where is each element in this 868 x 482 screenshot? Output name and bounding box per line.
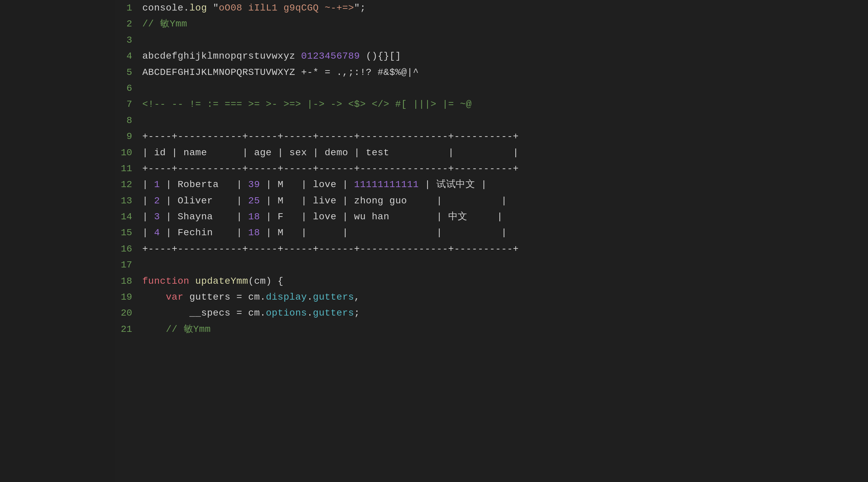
line-num-2: 2 <box>115 17 142 31</box>
code-line-13: 13 | 2 | Oliver | 25 | M | live | zhong … <box>115 193 868 209</box>
line-content-19: var gutters = cm.display.gutters, <box>142 290 868 304</box>
code-line-17: 17 <box>115 257 868 273</box>
code-line-1: 1 console.log "oO08 iIlL1 g9qCGQ ~-+=>"; <box>115 0 868 16</box>
line-num-5: 5 <box>115 65 142 80</box>
line-num-10: 10 <box>115 145 142 160</box>
line-num-9: 9 <box>115 129 142 144</box>
code-line-11: 11 +----+-----------+-----+-----+------+… <box>115 161 868 177</box>
line-num-17: 17 <box>115 258 142 272</box>
line-content-10: | id | name | age | sex | demo | test | … <box>142 145 868 160</box>
line-content-16: +----+-----------+-----+-----+------+---… <box>142 242 868 256</box>
editor-area: 1 console.log "oO08 iIlL1 g9qCGQ ~-+=>";… <box>115 0 868 482</box>
line-num-19: 19 <box>115 290 142 304</box>
line-num-7: 7 <box>115 97 142 112</box>
line-num-11: 11 <box>115 161 142 176</box>
line-num-18: 18 <box>115 274 142 288</box>
code-line-18: 18 function updateYmm(cm) { <box>115 273 868 289</box>
code-line-20: 20 __specs = cm.options.gutters; <box>115 305 868 321</box>
line-content-1: console.log "oO08 iIlL1 g9qCGQ ~-+=>"; <box>142 1 868 15</box>
line-content-11: +----+-----------+-----+-----+------+---… <box>142 161 868 176</box>
code-line-8: 8 <box>115 113 868 128</box>
code-line-2: 2 // 敏Ymm <box>115 16 868 32</box>
code-line-15: 15 | 4 | Fechin | 18 | M | | | | <box>115 225 868 241</box>
line-num-12: 12 <box>115 177 142 192</box>
code-line-21: 21 // 敏Ymm <box>115 321 868 337</box>
line-num-1: 1 <box>115 1 142 15</box>
line-num-6: 6 <box>115 81 142 96</box>
line-num-15: 15 <box>115 225 142 240</box>
line-content-9: +----+-----------+-----+-----+------+---… <box>142 129 868 144</box>
code-line-6: 6 <box>115 80 868 96</box>
code-line-12: 12 | 1 | Roberta | 39 | M | love | 11111… <box>115 177 868 193</box>
code-line-9: 9 +----+-----------+-----+-----+------+-… <box>115 128 868 144</box>
line-content-5: ABCDEFGHIJKLMNOPQRSTUVWXYZ +-* = .,;:!? … <box>142 65 868 80</box>
line-num-8: 8 <box>115 113 142 128</box>
line-content-4: abcdefghijklmnopqrstuvwxyz 0123456789 ()… <box>142 49 868 63</box>
left-gutter <box>0 0 115 482</box>
line-content-15: | 4 | Fechin | 18 | M | | | | <box>142 225 868 240</box>
line-num-21: 21 <box>115 322 142 337</box>
code-line-4: 4 abcdefghijklmnopqrstuvwxyz 0123456789 … <box>115 48 868 64</box>
line-num-3: 3 <box>115 33 142 47</box>
line-num-13: 13 <box>115 194 142 208</box>
code-line-5: 5 ABCDEFGHIJKLMNOPQRSTUVWXYZ +-* = .,;:!… <box>115 64 868 80</box>
line-content-21: // 敏Ymm <box>142 322 868 337</box>
line-num-14: 14 <box>115 209 142 224</box>
line-content-20: __specs = cm.options.gutters; <box>142 306 868 320</box>
code-line-14: 14 | 3 | Shayna | 18 | F | love | wu han… <box>115 209 868 225</box>
code-line-7: 7 <!-- -- != := === >= >- >=> |-> -> <$>… <box>115 96 868 112</box>
line-content-14: | 3 | Shayna | 18 | F | love | wu han | … <box>142 209 868 224</box>
line-num-4: 4 <box>115 49 142 63</box>
line-content-13: | 2 | Oliver | 25 | M | live | zhong guo… <box>142 194 868 208</box>
code-line-10: 10 | id | name | age | sex | demo | test… <box>115 145 868 161</box>
line-num-20: 20 <box>115 306 142 320</box>
code-line-3: 3 <box>115 32 868 48</box>
line-content-7: <!-- -- != := === >= >- >=> |-> -> <$> <… <box>142 97 868 112</box>
line-content-2: // 敏Ymm <box>142 17 868 31</box>
code-line-19: 19 var gutters = cm.display.gutters, <box>115 289 868 305</box>
code-line-16: 16 +----+-----------+-----+-----+------+… <box>115 241 868 257</box>
line-content-12: | 1 | Roberta | 39 | M | love | 11111111… <box>142 177 868 192</box>
line-num-16: 16 <box>115 242 142 256</box>
line-content-18: function updateYmm(cm) { <box>142 274 868 288</box>
